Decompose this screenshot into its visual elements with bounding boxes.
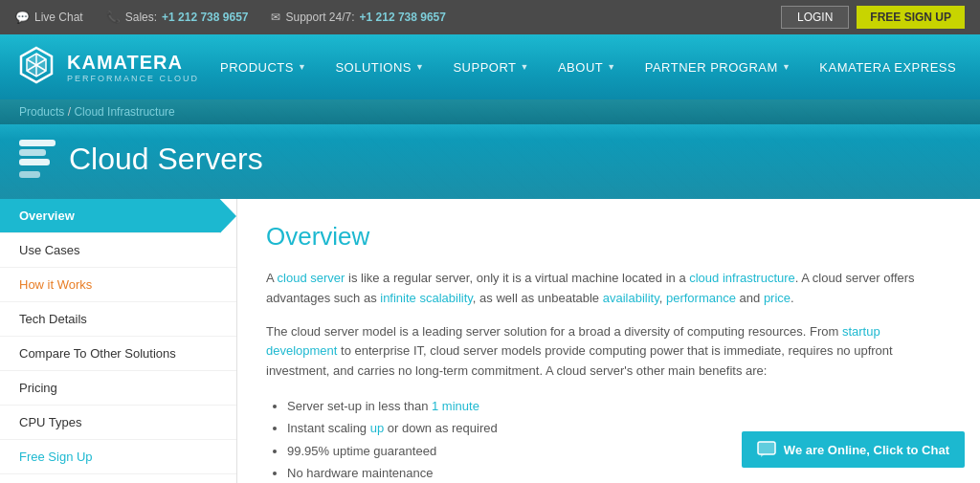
- nav-support[interactable]: SUPPORT ▼: [439, 53, 543, 82]
- top-bar-right: LOGIN FREE SIGN UP: [781, 6, 965, 29]
- sidebar-item-pricing[interactable]: Pricing: [0, 371, 236, 406]
- top-bar: 💬 Live Chat 📞 Sales: +1 212 738 9657 ✉ S…: [0, 0, 980, 34]
- sidebar-item-cpu-types[interactable]: CPU Types: [0, 406, 236, 440]
- sidebar-item-use-cases[interactable]: Use Cases: [0, 233, 236, 268]
- sidebar-item-how-it-works[interactable]: How it Works: [0, 268, 236, 302]
- chevron-down-icon: ▼: [782, 62, 791, 72]
- sidebar-item-compare[interactable]: Compare To Other Solutions: [0, 337, 236, 371]
- nav-partner-program[interactable]: PARTNER PROGRAM ▼: [632, 53, 805, 82]
- nav-about[interactable]: ABOUT ▼: [545, 53, 630, 82]
- content-paragraph-1: A cloud server is like a regular server,…: [266, 269, 951, 309]
- sidebar-item-overview[interactable]: Overview: [0, 199, 236, 233]
- cloud-server-icon: [19, 140, 56, 178]
- nav-kamatera-express[interactable]: KAMATERA EXPRESS: [806, 53, 969, 82]
- scalability-link[interactable]: infinite scalability: [380, 291, 473, 305]
- performance-link[interactable]: performance: [666, 291, 736, 305]
- chat-widget[interactable]: We are Online, Click to Chat: [742, 431, 965, 468]
- main-nav: PRODUCTS ▼ SOLUTIONS ▼ SUPPORT ▼ ABOUT ▼…: [207, 53, 969, 82]
- support-icon: ✉: [271, 11, 280, 24]
- chevron-down-icon: ▼: [415, 62, 424, 72]
- logo-icon: [15, 46, 57, 88]
- chevron-down-icon: ▼: [521, 62, 529, 72]
- cloud-server-link[interactable]: cloud server: [278, 271, 345, 285]
- hero-area: Products / Cloud Infrastructure Cloud Se…: [0, 99, 980, 199]
- breadcrumb: Products / Cloud Infrastructure: [0, 99, 980, 124]
- page-title: Cloud Servers: [69, 142, 263, 177]
- up-link[interactable]: up: [370, 421, 384, 435]
- chat-bubble-icon: [757, 441, 776, 458]
- free-signup-button[interactable]: FREE SIGN UP: [857, 6, 965, 29]
- startup-link[interactable]: startup development: [266, 324, 880, 359]
- breadcrumb-products[interactable]: Products: [19, 105, 64, 119]
- price-link[interactable]: price: [764, 291, 791, 305]
- availability-link[interactable]: availability: [603, 291, 659, 305]
- chat-icon: 💬: [15, 11, 30, 24]
- chevron-down-icon: ▼: [298, 62, 306, 72]
- login-button[interactable]: LOGIN: [781, 6, 849, 29]
- 1-minute-link[interactable]: 1 minute: [432, 399, 479, 413]
- nav-products[interactable]: PRODUCTS ▼: [207, 53, 320, 82]
- sidebar-item-free-signup[interactable]: Free Sign Up: [0, 440, 236, 474]
- live-chat-link[interactable]: 💬 Live Chat: [15, 11, 83, 24]
- breadcrumb-current: Cloud Infrastructure: [74, 105, 174, 119]
- nav-bar: KAMATERA PERFORMANCE CLOUD PRODUCTS ▼ SO…: [0, 34, 980, 99]
- sidebar-item-tech-details[interactable]: Tech Details: [0, 302, 236, 337]
- content-paragraph-2: The cloud server model is a leading serv…: [266, 322, 951, 382]
- phone-icon: 📞: [106, 11, 121, 24]
- nav-solutions[interactable]: SOLUTIONS ▼: [322, 53, 437, 82]
- support-phone: ✉ Support 24/7: +1 212 738 9657: [271, 11, 445, 24]
- logo-text: KAMATERA PERFORMANCE CLOUD: [67, 52, 199, 83]
- sidebar: Overview Use Cases How it Works Tech Det…: [0, 199, 237, 483]
- page-title-area: Cloud Servers: [0, 124, 980, 199]
- svg-rect-5: [758, 442, 775, 454]
- benefit-setup: Server set-up in less than 1 minute: [287, 395, 951, 417]
- top-bar-left: 💬 Live Chat 📞 Sales: +1 212 738 9657 ✉ S…: [15, 11, 446, 24]
- cloud-infrastructure-link[interactable]: cloud infrastructure: [689, 271, 795, 285]
- content-title: Overview: [266, 222, 951, 252]
- logo-area[interactable]: KAMATERA PERFORMANCE CLOUD: [15, 46, 207, 88]
- chevron-down-icon: ▼: [607, 62, 615, 72]
- chat-label: We are Online, Click to Chat: [784, 443, 949, 457]
- sales-phone: 📞 Sales: +1 212 738 9657: [106, 11, 249, 24]
